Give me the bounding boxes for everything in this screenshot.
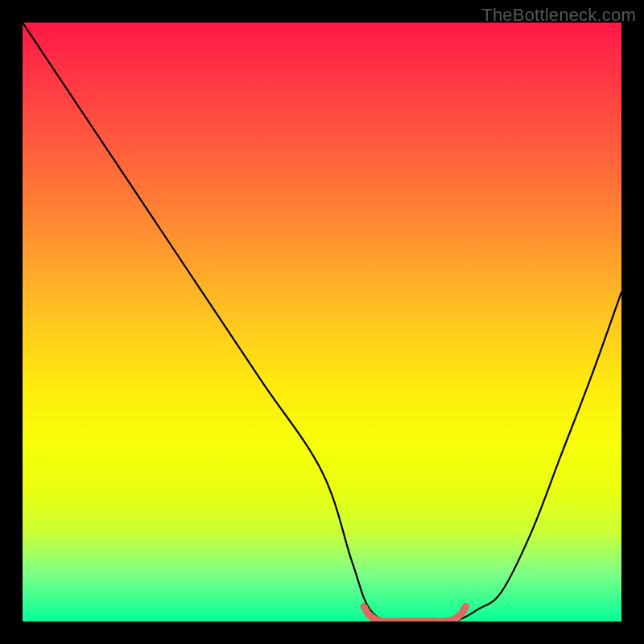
main-curve xyxy=(23,23,621,621)
chart-plot-area xyxy=(23,23,621,621)
chart-svg xyxy=(23,23,621,621)
watermark-label: TheBottleneck.com xyxy=(481,5,636,26)
optimal-marker xyxy=(364,606,465,621)
chart-outer-frame: TheBottleneck.com xyxy=(0,0,644,644)
